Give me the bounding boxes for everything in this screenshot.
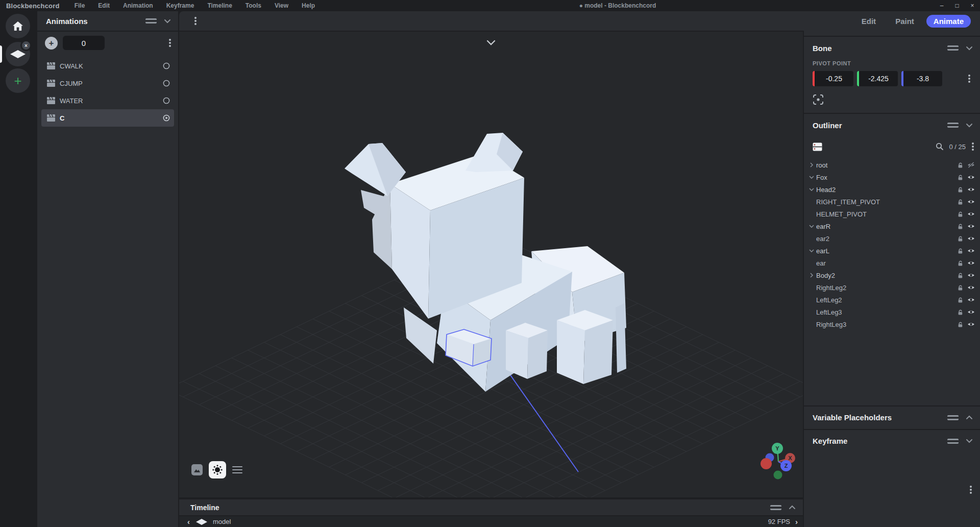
chevron-down-icon[interactable] — [966, 46, 973, 51]
lock-icon[interactable] — [957, 309, 964, 316]
outliner-item-earl[interactable]: earL — [804, 245, 980, 257]
mode-tab-animate[interactable]: Animate — [926, 15, 971, 28]
lock-icon[interactable] — [957, 260, 964, 267]
lock-icon[interactable] — [957, 284, 964, 291]
outliner-item-right_item_pivot[interactable]: RIGHT_ITEM_PIVOT — [804, 196, 980, 208]
tree-chevron-icon[interactable] — [808, 162, 815, 167]
tree-chevron-icon[interactable] — [808, 187, 815, 191]
lock-icon[interactable] — [957, 211, 964, 218]
eye-icon[interactable] — [967, 309, 975, 315]
mode-tab-edit[interactable]: Edit — [854, 15, 883, 28]
chevron-up-icon[interactable] — [966, 415, 973, 420]
menu-tools[interactable]: Tools — [239, 2, 268, 9]
lock-icon[interactable] — [957, 223, 964, 230]
axis-gizmo[interactable]: Y X Z — [761, 443, 795, 480]
tree-chevron-icon[interactable] — [808, 224, 815, 228]
home-button[interactable] — [6, 14, 30, 38]
outliner-item-ear[interactable]: ear — [804, 257, 980, 269]
timeline-drag-handle-icon[interactable] — [770, 505, 781, 510]
bone-drag-handle-icon[interactable] — [947, 45, 959, 51]
animation-item-cwalk[interactable]: CWALK — [41, 57, 174, 75]
hierarchy-view-icon[interactable] — [813, 142, 822, 151]
circle-icon[interactable] — [163, 80, 170, 87]
eye-icon[interactable] — [967, 260, 975, 266]
lock-icon[interactable] — [957, 199, 964, 205]
keyframe-drag-handle-icon[interactable] — [947, 439, 959, 444]
outliner-item-helmet_pivot[interactable]: HELMET_PIVOT — [804, 208, 980, 220]
chevron-left-icon[interactable]: ‹ — [187, 518, 190, 525]
menu-keyframe[interactable]: Keyframe — [160, 2, 201, 9]
outliner-item-fox[interactable]: Fox — [804, 171, 980, 183]
eye-icon[interactable] — [967, 284, 975, 291]
eye-icon[interactable] — [967, 272, 975, 278]
menu-view[interactable]: View — [268, 2, 295, 9]
chevron-down-icon[interactable] — [966, 123, 973, 128]
close-project-badge[interactable]: × — [20, 40, 32, 51]
outliner-menu-kebab[interactable] — [972, 146, 974, 148]
tree-chevron-icon[interactable] — [808, 273, 815, 278]
viewport-menu-button[interactable] — [232, 466, 242, 474]
animation-item-cjump[interactable]: CJUMP — [41, 75, 174, 92]
outliner-item-earr[interactable]: earR — [804, 220, 980, 232]
eye-slash-icon[interactable] — [967, 162, 975, 168]
eye-icon[interactable] — [967, 174, 975, 180]
chevron-right-icon[interactable]: › — [795, 518, 798, 525]
close-button[interactable]: × — [965, 0, 980, 11]
eye-icon[interactable] — [967, 235, 975, 242]
lock-icon[interactable] — [957, 174, 964, 181]
outliner-item-rightleg3[interactable]: RightLeg3 — [804, 318, 980, 330]
lock-icon[interactable] — [957, 235, 964, 242]
eye-icon[interactable] — [967, 211, 975, 217]
add-animation-button[interactable]: + — [45, 37, 58, 50]
lock-icon[interactable] — [957, 297, 964, 303]
menu-animation[interactable]: Animation — [116, 2, 160, 9]
mode-tab-paint[interactable]: Paint — [888, 15, 921, 28]
axis-neg-z-ball[interactable] — [761, 458, 772, 469]
play-circle-icon[interactable] — [163, 114, 170, 122]
eye-icon[interactable] — [967, 223, 975, 229]
lighting-toggle-button[interactable] — [209, 461, 226, 478]
eye-icon[interactable] — [967, 199, 975, 205]
eye-icon[interactable] — [967, 321, 975, 327]
axis-neg-y-ball[interactable] — [774, 471, 782, 480]
eye-icon[interactable] — [967, 186, 975, 193]
animations-menu-kebab[interactable] — [169, 42, 171, 44]
pivot-x-input[interactable]: -0.25 — [813, 71, 853, 86]
chevron-up-icon[interactable] — [789, 505, 796, 510]
outliner-item-rightleg2[interactable]: RightLeg2 — [804, 281, 980, 294]
lock-icon[interactable] — [957, 186, 964, 193]
outliner-item-ear2[interactable]: ear2 — [804, 232, 980, 245]
tree-chevron-icon[interactable] — [808, 175, 815, 179]
chevron-down-icon[interactable] — [164, 19, 171, 23]
lock-icon[interactable] — [957, 162, 964, 169]
lock-icon[interactable] — [957, 272, 964, 279]
menu-timeline[interactable]: Timeline — [201, 2, 238, 9]
viewport-3d[interactable]: Y X Z — [179, 32, 803, 497]
minimize-button[interactable]: – — [934, 0, 949, 11]
circle-icon[interactable] — [163, 97, 170, 104]
drag-handle-icon[interactable] — [145, 18, 157, 23]
viewport-collapse-chevron[interactable] — [486, 40, 496, 45]
center-pivot-button[interactable] — [813, 93, 825, 106]
menu-edit[interactable]: Edit — [91, 2, 116, 9]
new-project-button[interactable]: + — [6, 68, 30, 93]
placeholders-drag-handle-icon[interactable] — [947, 415, 959, 420]
outliner-item-leftleg3[interactable]: LeftLeg3 — [804, 306, 980, 318]
outliner-item-head2[interactable]: Head2 — [804, 183, 980, 196]
tree-chevron-icon[interactable] — [808, 249, 815, 253]
background-image-button[interactable] — [191, 464, 203, 475]
menu-help[interactable]: Help — [295, 2, 322, 9]
outliner-item-root[interactable]: root — [804, 159, 980, 171]
pivot-z-input[interactable]: -3.8 — [901, 71, 942, 86]
eye-icon[interactable] — [967, 248, 975, 254]
keyframe-menu-kebab[interactable] — [970, 489, 972, 491]
eye-icon[interactable] — [967, 297, 975, 303]
animation-counter-input[interactable]: 0 — [63, 36, 105, 50]
pivot-menu-kebab[interactable] — [968, 78, 970, 80]
search-icon[interactable] — [936, 142, 944, 151]
outliner-drag-handle-icon[interactable] — [947, 123, 959, 128]
animation-item-c[interactable]: C — [41, 109, 174, 127]
pivot-y-input[interactable]: -2.425 — [857, 71, 898, 86]
animation-item-water[interactable]: WATER — [41, 92, 174, 109]
lock-icon[interactable] — [957, 248, 964, 254]
